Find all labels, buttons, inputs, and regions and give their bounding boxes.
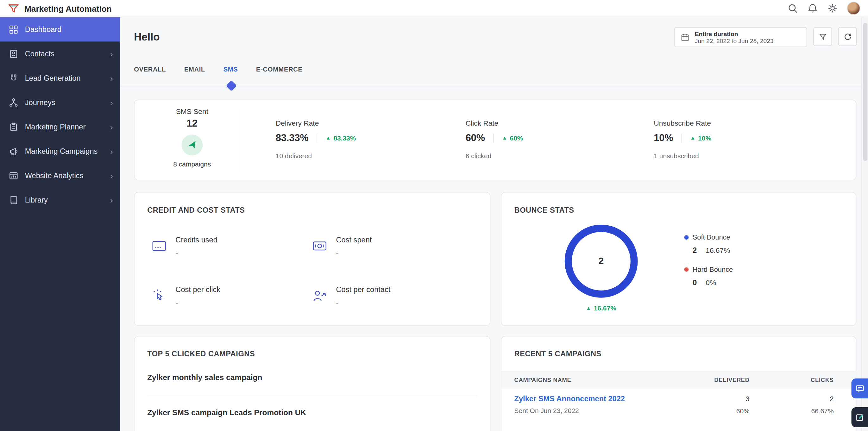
stat-label: Cost spent bbox=[336, 236, 372, 244]
notifications-bell-icon[interactable] bbox=[807, 3, 818, 14]
tab-overall[interactable]: OVERALL bbox=[134, 66, 166, 77]
chevron-right-icon: › bbox=[110, 123, 113, 131]
sidebar-item-label: Contacts bbox=[25, 50, 55, 58]
tab-email[interactable]: EMAIL bbox=[184, 66, 205, 77]
cost-spent-item: Cost spent - bbox=[312, 236, 372, 257]
date-range-label: Entire duration bbox=[695, 30, 774, 37]
sms-sent-block: SMS Sent 12 8 campaigns bbox=[144, 107, 240, 168]
cost-per-contact-item: Cost per contact - bbox=[312, 286, 391, 306]
scrollbar-thumb[interactable] bbox=[863, 23, 867, 161]
planner-clipboard-icon bbox=[8, 122, 19, 132]
metric-click-rate: Click Rate 60% ▲ 60% 6 clicked bbox=[466, 119, 523, 160]
column-delivered: DELIVERED bbox=[683, 376, 750, 383]
metric-delta: ▲ 60% bbox=[502, 134, 523, 142]
sidebar-item-lead-generation[interactable]: Lead Generation › bbox=[0, 66, 120, 90]
sidebar-item-label: Library bbox=[25, 196, 48, 204]
delta-up-icon: ▲ bbox=[586, 306, 591, 311]
credit-cost-card: CREDIT AND COST STATS Credits used - Cos… bbox=[134, 192, 490, 326]
calendar-icon bbox=[680, 32, 690, 42]
chevron-right-icon: › bbox=[110, 50, 113, 58]
sms-summary-card: SMS Sent 12 8 campaigns Delivery Rate 83… bbox=[134, 100, 856, 180]
sidebar-item-contacts[interactable]: Contacts › bbox=[0, 41, 120, 66]
metric-separator bbox=[682, 134, 682, 142]
metric-value: 10% bbox=[654, 132, 673, 144]
cost-per-click-item: Cost per click - bbox=[151, 286, 220, 306]
dashboard-grid-icon bbox=[8, 24, 19, 34]
filter-button[interactable] bbox=[813, 27, 832, 46]
metric-label: Delivery Rate bbox=[276, 119, 356, 127]
app-title: Marketing Automation bbox=[24, 3, 112, 13]
hard-bounce-dot-icon bbox=[684, 267, 688, 272]
sms-campaign-count: 8 campaigns bbox=[144, 160, 240, 168]
lead-generation-magnet-icon bbox=[8, 73, 19, 83]
user-avatar[interactable] bbox=[847, 2, 860, 15]
vertical-scrollbar[interactable] bbox=[861, 17, 868, 431]
soft-bounce-dot-icon bbox=[684, 235, 688, 239]
metric-separator bbox=[317, 134, 317, 142]
bounce-stats-card: BOUNCE STATS 2 ▲ 16.67% Soft Bounce 2 bbox=[501, 192, 857, 326]
bounce-delta-value: 16.67% bbox=[594, 304, 616, 312]
chevron-right-icon: › bbox=[110, 196, 113, 204]
date-range-picker[interactable]: Entire duration Jun 22, 2022toJun 28, 20… bbox=[674, 27, 807, 47]
library-book-icon bbox=[8, 195, 19, 205]
app-logo-icon bbox=[8, 3, 19, 14]
legend-label: Hard Bounce bbox=[693, 265, 733, 273]
sidebar-item-label: Marketing Planner bbox=[25, 123, 86, 131]
sidebar-item-marketing-planner[interactable]: Marketing Planner › bbox=[0, 114, 120, 139]
legend-pct: 16.67% bbox=[706, 246, 730, 255]
refresh-button[interactable] bbox=[838, 27, 857, 46]
contacts-icon bbox=[8, 48, 19, 59]
date-range-start: Jun 22, 2022 bbox=[695, 37, 730, 44]
vertical-divider bbox=[240, 109, 240, 172]
sidebar-item-library[interactable]: Library › bbox=[0, 188, 120, 212]
clicked-campaign-item[interactable]: Zylker monthly sales campaign bbox=[147, 373, 262, 382]
banknote-icon bbox=[312, 238, 328, 254]
dashboard-main: Hello Entire duration Jun 22, 2022toJun … bbox=[120, 17, 861, 431]
contact-person-icon bbox=[312, 288, 328, 304]
clicked-campaign-item[interactable]: Zylker SMS campaign Leads Promotion UK bbox=[147, 408, 306, 417]
sidebar-item-label: Dashboard bbox=[25, 25, 61, 34]
metric-label: Unsubscribe Rate bbox=[654, 119, 711, 127]
search-icon[interactable] bbox=[787, 3, 798, 14]
compose-fab[interactable] bbox=[851, 407, 868, 427]
clicks-count: 2 bbox=[750, 395, 834, 403]
dashboard-tabs: OVERALL EMAIL SMS E-COMMERCE bbox=[134, 66, 303, 77]
legend-label: Soft Bounce bbox=[693, 234, 730, 241]
delta-up-icon: ▲ bbox=[502, 135, 507, 140]
column-campaigns-name: CAMPAIGNS NAME bbox=[515, 376, 683, 383]
sidebar-item-marketing-campaigns[interactable]: Marketing Campaigns › bbox=[0, 139, 120, 163]
sms-chat-fab[interactable] bbox=[851, 378, 868, 398]
metric-separator bbox=[493, 134, 494, 142]
sidebar: Dashboard Contacts › Lead Generation › J… bbox=[0, 17, 120, 431]
topbar: Marketing Automation bbox=[0, 0, 868, 17]
stat-value: - bbox=[175, 298, 220, 307]
legend-pct: 0% bbox=[706, 278, 716, 287]
analytics-chart-icon bbox=[8, 170, 19, 181]
tab-ecommerce[interactable]: E-COMMERCE bbox=[256, 66, 303, 77]
refresh-icon bbox=[843, 32, 852, 41]
chevron-right-icon: › bbox=[110, 98, 113, 106]
delta-up-icon: ▲ bbox=[326, 135, 331, 140]
bounce-total: 2 bbox=[599, 256, 604, 267]
bounce-delta: ▲ 16.67% bbox=[586, 304, 616, 312]
metric-subtext: 6 clicked bbox=[466, 152, 523, 160]
chevron-right-icon: › bbox=[110, 74, 113, 82]
campaign-link[interactable]: Zylker SMS Annoncement 2022 bbox=[515, 395, 683, 403]
card-title: TOP 5 CLICKED CAMPAIGNS bbox=[147, 350, 255, 358]
metric-delta-value: 83.33% bbox=[333, 134, 356, 142]
bounce-legend: Soft Bounce 2 16.67% Hard Bounce 0 0% bbox=[684, 234, 733, 298]
page-title: Hello bbox=[134, 31, 159, 43]
credit-card-icon bbox=[151, 238, 167, 254]
table-row: Zylker SMS Annoncement 2022 Sent On Jun … bbox=[501, 395, 857, 415]
sidebar-item-website-analytics[interactable]: Website Analytics › bbox=[0, 163, 120, 188]
sms-sent-value: 12 bbox=[144, 118, 240, 129]
recent-campaigns-card: RECENT 5 CAMPAIGNS CAMPAIGNS NAME DELIVE… bbox=[501, 336, 857, 431]
tab-sms[interactable]: SMS bbox=[223, 66, 238, 77]
compose-pencil-icon bbox=[855, 412, 865, 422]
table-header: CAMPAIGNS NAME DELIVERED CLICKS bbox=[501, 371, 857, 389]
sidebar-item-journeys[interactable]: Journeys › bbox=[0, 90, 120, 114]
delivered-pct: 60% bbox=[683, 407, 750, 415]
column-clicks: CLICKS bbox=[750, 376, 834, 383]
sidebar-item-dashboard[interactable]: Dashboard bbox=[0, 17, 120, 41]
settings-gear-icon[interactable] bbox=[827, 3, 838, 14]
